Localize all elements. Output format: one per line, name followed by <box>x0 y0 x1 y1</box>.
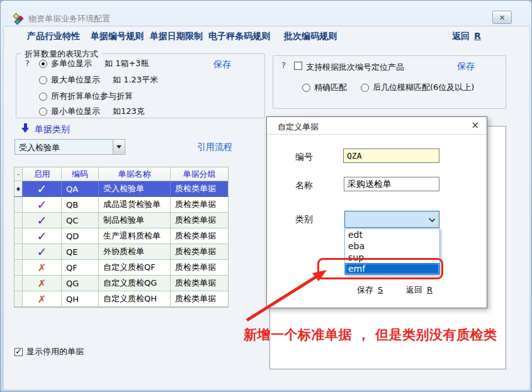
table-row-QE[interactable]: ✓QE外协质检单质检类单据 <box>14 244 228 260</box>
help-icon[interactable]: ? <box>25 59 30 68</box>
conversion-option-2[interactable]: 最大单位显示如 1.23平米 <box>39 74 158 86</box>
cell-name[interactable]: 制品检验单 <box>99 213 171 228</box>
dialog-back-button[interactable]: 返回R <box>406 284 433 296</box>
dialog-titlebar: 自定义单据 × <box>267 117 487 135</box>
cell-code[interactable]: QA <box>62 181 99 197</box>
cell-name[interactable]: 生产退料质检单 <box>99 228 171 244</box>
combo-dropdown-button[interactable] <box>113 140 125 154</box>
cell-group[interactable]: 质检类单据 <box>171 276 228 291</box>
radio-fuzzy-match[interactable]: 后几位模糊匹配(6位及以上) <box>361 82 474 93</box>
checkbox-icon[interactable] <box>14 348 23 356</box>
conversion-option-3[interactable]: 所有折算单位参与折算 <box>39 91 133 102</box>
nav-item-2[interactable]: 单据编号规则 <box>91 31 144 42</box>
dialog-save-button[interactable]: 保存S <box>357 284 383 296</box>
dialog-close-icon[interactable]: × <box>471 120 479 131</box>
help-icon[interactable]: ? <box>281 60 286 70</box>
cell-name[interactable]: 自定义质检QH <box>99 291 171 307</box>
triangle-down-icon <box>116 145 122 148</box>
cell-group[interactable]: 质检类单据 <box>171 213 228 228</box>
cell-code[interactable]: QB <box>62 197 99 213</box>
table-row-QA[interactable]: ♦✓QA受入检验单质检类单据 <box>14 181 228 197</box>
cell-enabled[interactable]: ✗ <box>23 291 62 307</box>
table-body: ♦✓QA受入检验单质检类单据✓QB成品退货检验单质检类单据✓QC制品检验单质检类… <box>14 181 228 307</box>
cell-enabled[interactable]: ✓ <box>23 244 62 260</box>
show-disabled-label: 显示停用的单据 <box>26 346 84 357</box>
row-indicator <box>14 276 23 291</box>
cell-enabled[interactable]: ✓ <box>23 213 62 228</box>
category-combobox[interactable] <box>344 211 439 228</box>
cell-name[interactable]: 受入检验单 <box>99 181 171 197</box>
nav-item-4[interactable]: 电子秤条码规则 <box>208 31 270 42</box>
cell-group[interactable]: 质检类单据 <box>171 260 228 276</box>
cell-enabled[interactable]: ✗ <box>23 276 62 291</box>
dropdown-option-eba[interactable]: eba <box>345 240 439 252</box>
radio-icon[interactable] <box>39 76 47 84</box>
header-group[interactable]: 单据分组 <box>171 167 228 181</box>
header-name[interactable]: 单据名称 <box>99 167 171 181</box>
radio-icon[interactable] <box>39 108 47 116</box>
cell-name[interactable]: 自定义质检QG <box>99 276 171 291</box>
cell-code[interactable]: QF <box>62 260 99 276</box>
cell-code[interactable]: QC <box>62 213 99 228</box>
radio-icon[interactable] <box>39 92 47 101</box>
cell-code[interactable]: QG <box>62 276 99 291</box>
table-row-QB[interactable]: ✓QB成品退货检验单质检类单据 <box>14 197 228 213</box>
header-enabled[interactable]: 启用 <box>23 167 62 181</box>
documents-table: - 启用 编码 单据名称 单据分组 ♦✓QA受入检验单质检类单据✓QB成品退货检… <box>14 167 229 308</box>
cell-name[interactable]: 自定义质检QF <box>99 260 171 276</box>
table-header-row: - 启用 编码 单据名称 单据分组 <box>14 167 228 181</box>
cell-enabled[interactable]: ✓ <box>23 197 62 213</box>
table-row-QD[interactable]: ✓QD生产退料质检单质检类单据 <box>14 228 228 244</box>
cross-icon: ✗ <box>38 293 46 305</box>
cell-group[interactable]: 质检类单据 <box>171 291 228 307</box>
cell-enabled[interactable]: ✗ <box>23 260 62 276</box>
check-icon: ✓ <box>37 213 47 227</box>
conversion-save-button[interactable]: 保存 <box>213 59 231 70</box>
show-disabled-checkbox-row[interactable]: 显示停用的单据 <box>14 346 84 357</box>
conversion-option-1[interactable]: 多单位显示如 1箱+3瓶 <box>39 58 149 69</box>
radio-icon[interactable] <box>302 84 310 92</box>
cell-code[interactable]: QE <box>62 244 99 260</box>
chevron-down-icon <box>429 216 435 222</box>
cross-icon: ✗ <box>38 277 46 289</box>
annotation-text: 新增一个标准单据 ， 但是类别没有质检类 <box>244 326 508 344</box>
titlebar: 物资单据业务环境配置 × <box>1 1 531 26</box>
cell-name[interactable]: 外协质检单 <box>99 244 171 260</box>
table-row-QC[interactable]: ✓QC制品检验单质检类单据 <box>14 213 228 228</box>
radio-icon[interactable] <box>361 84 369 92</box>
check-icon: ✓ <box>37 229 47 243</box>
table-row-QH[interactable]: ✗QH自定义质检QH质检类单据 <box>14 291 228 307</box>
cell-enabled[interactable]: ✓ <box>23 228 62 244</box>
check-icon: ✓ <box>37 245 47 259</box>
nav-item-3[interactable]: 单据日期限制 <box>150 31 203 42</box>
doc-type-combobox[interactable]: 受入检验单 <box>14 139 125 155</box>
code-input[interactable]: QZA <box>343 148 439 163</box>
table-row-QF[interactable]: ✗QF自定义质检QF质检类单据 <box>14 260 228 276</box>
cell-group[interactable]: 质检类单据 <box>171 181 228 197</box>
cell-enabled[interactable]: ✓ <box>23 181 62 197</box>
table-row-QG[interactable]: ✗QG自定义质检QG质检类单据 <box>14 276 228 291</box>
dropdown-option-edt[interactable]: edt <box>345 229 439 240</box>
cell-code[interactable]: QH <box>62 291 99 307</box>
radio-icon[interactable] <box>39 60 47 68</box>
code-field-label: 编号 <box>295 152 313 163</box>
reference-flow-link[interactable]: 引用流程 <box>197 142 232 153</box>
cell-group[interactable]: 质检类单据 <box>171 244 228 260</box>
cell-group[interactable]: 质检类单据 <box>171 197 228 213</box>
batch-locate-checkbox[interactable] <box>294 62 302 70</box>
header-code[interactable]: 编码 <box>62 167 99 181</box>
row-indicator <box>14 197 23 213</box>
cell-name[interactable]: 成品退货检验单 <box>99 197 171 213</box>
cell-code[interactable]: QD <box>62 228 99 244</box>
cell-group[interactable]: 质检类单据 <box>171 228 228 244</box>
check-icon: ✓ <box>37 182 47 196</box>
conversion-option-4[interactable]: 最小单位显示如123克 <box>39 106 145 117</box>
nav-item-5[interactable]: 批次编码规则 <box>284 31 337 42</box>
radio-exact-match[interactable]: 精确匹配 <box>302 82 347 93</box>
window-close-button[interactable]: × <box>492 11 512 24</box>
nav-back-link[interactable]: 返回R <box>452 31 481 42</box>
category-field-label: 类别 <box>295 214 313 225</box>
nav-item-1[interactable]: 产品行业特性 <box>27 31 80 42</box>
name-input[interactable]: 采购送检单 <box>344 177 439 191</box>
batch-save-button[interactable]: 保存 <box>457 61 475 72</box>
